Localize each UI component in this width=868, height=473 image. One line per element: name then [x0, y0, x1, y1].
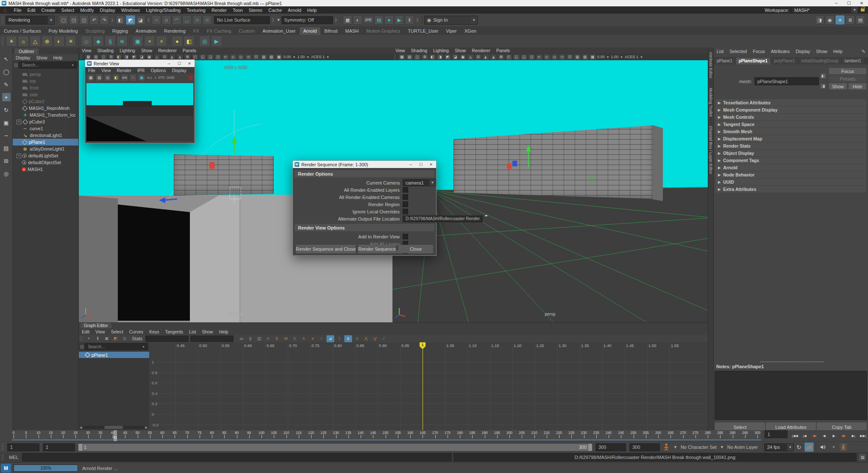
mash-delete-icon[interactable]: × [156, 36, 167, 47]
workspace-lock-icon[interactable] [861, 8, 865, 11]
shelf-tab-rigging[interactable]: Rigging [108, 27, 132, 35]
shelf-tab-fx[interactable]: FX [189, 27, 203, 35]
drag-grip[interactable] [2, 454, 4, 461]
vp-menu-renderer[interactable]: Renderer [155, 48, 180, 53]
playback-start-field[interactable]: 1 [43, 443, 75, 451]
graph-tool-icon[interactable]: ∧ [300, 335, 308, 342]
new-scene-icon[interactable]: ▢ [59, 15, 68, 25]
rotate-tool-icon[interactable]: ↻ [2, 105, 11, 115]
ae-section-extra-attributes[interactable]: ▶Extra Attributes [715, 186, 866, 193]
graph-tool-icon[interactable]: ∕ [380, 335, 388, 342]
ae-section-tangent-space[interactable]: ▶Tangent Space [715, 121, 866, 128]
fps-dropdown[interactable]: 24 fps ▼ [764, 443, 794, 451]
dock-tab-channel-box-layer-editor[interactable]: Channel Box / Layer Editor [709, 126, 713, 174]
notes-textarea[interactable] [715, 371, 867, 420]
exposure-value[interactable]: 0.00 [597, 55, 605, 59]
vp-menu-show[interactable]: Show [138, 48, 155, 53]
close-button[interactable]: Close [398, 245, 433, 253]
range-start-handle[interactable] [78, 444, 82, 451]
viewport-tool-icon[interactable]: ◬ [467, 54, 474, 60]
expand-icon[interactable]: + [17, 154, 21, 158]
outliner-item-mash1-transform-loc[interactable]: ✳MASH1_Transform_loc [13, 112, 78, 118]
viewport-tool-icon[interactable]: ◵ [543, 54, 551, 60]
maya-output-icon[interactable]: M [1, 464, 11, 473]
zoom-tool-icon[interactable]: ◎ [2, 169, 11, 178]
graph-tool-icon[interactable]: ⋀ [362, 335, 370, 342]
graph-tool-icon[interactable]: ∖ [335, 335, 343, 342]
light-filter-icon[interactable]: ● [172, 36, 183, 47]
graph-menu-show[interactable]: Show [199, 329, 216, 334]
filter-icon[interactable]: ⊡ [14, 63, 17, 67]
graph-tool-icon[interactable]: ∧ [344, 335, 352, 342]
character-set-dropdown[interactable]: No Character Set [681, 445, 717, 450]
mesh-light-icon[interactable]: ⊕ [42, 36, 53, 47]
ae-section-smooth-mesh[interactable]: ▶Smooth Mesh [715, 128, 866, 135]
render-settings-icon[interactable]: ▤ [374, 15, 384, 25]
viewport-tool-icon[interactable]: ▦ [398, 54, 406, 60]
photometric-light-icon[interactable]: △ [30, 36, 41, 47]
render-settings-icon[interactable]: ▣ [138, 74, 145, 81]
graph-tool-icon[interactable]: M [282, 335, 290, 342]
home-icon[interactable]: ⌂ [3, 7, 7, 13]
graph-playhead[interactable] [423, 342, 423, 430]
gobo-filter-icon[interactable]: ◧ [184, 36, 195, 47]
ae-section-mesh-component-display[interactable]: ▶Mesh Component Display [715, 106, 866, 113]
outliner-search-input[interactable]: Search... ▼ [19, 62, 77, 69]
outliner-item-side[interactable]: side [13, 91, 78, 98]
ae-section-object-display[interactable]: ▶Object Display [715, 150, 866, 157]
workspace-dropdown[interactable]: MASH*▼ [791, 6, 858, 14]
render-view-menu-options[interactable]: Options [147, 68, 169, 73]
viewport-tool-icon[interactable]: ▧ [268, 54, 275, 60]
graph-menu-keys[interactable]: Keys [146, 329, 162, 334]
scroll-left-icon[interactable]: ◀ [80, 426, 82, 429]
graph-tool-icon[interactable]: ▭ [237, 335, 245, 342]
graph-tool-icon[interactable]: ⊡ [120, 335, 128, 342]
playback-end-field[interactable]: 300 [595, 443, 626, 451]
sign-in-dropdown[interactable]: ◉ Sign In▼ [424, 16, 478, 25]
focus-button[interactable]: Focus [829, 68, 866, 74]
ae-section-component-tags[interactable]: ▶Component Tags [715, 157, 866, 164]
outliner-item-aiskydomelight1[interactable]: ⊕aiSkyDomeLight1 [13, 146, 78, 152]
graph-search-input[interactable]: Search... ▼ [85, 343, 148, 350]
menu-set-dropdown[interactable]: Rendering▼ [6, 16, 55, 25]
vp-menu-panels[interactable]: Panels [180, 48, 199, 53]
viewport-tool-icon[interactable]: ◱ [199, 54, 206, 60]
ipr-icon[interactable]: IPR [121, 74, 128, 81]
shelf-tab-arnold[interactable]: Arnold [300, 27, 321, 35]
viewport-tool-icon[interactable]: ◪ [452, 54, 459, 60]
viewport-tool-icon[interactable]: ◭ [482, 54, 490, 60]
graph-tool-icon[interactable]: A [264, 335, 272, 342]
pin-icon[interactable]: ✎ [862, 49, 865, 54]
hide-button[interactable]: Hide [849, 83, 866, 90]
dock-modeling-toolkit-icon[interactable]: ◨ [815, 15, 824, 25]
graph-tool-icon[interactable]: ◩ [111, 335, 120, 342]
menu-display[interactable]: Display [97, 8, 118, 13]
viewport-tool-icon[interactable]: ◨ [437, 54, 444, 60]
snap-projected-center-icon[interactable]: ◡ [182, 15, 192, 25]
vp-menu-shading[interactable]: Shading [95, 48, 117, 53]
show-button[interactable]: Show [829, 83, 847, 90]
all-render-enabled-layers-checkbox[interactable] [403, 187, 408, 193]
redo-icon[interactable]: ↷ [100, 15, 109, 25]
animation-preferences-icon[interactable] [804, 442, 814, 452]
render-image-area[interactable] [86, 83, 193, 141]
menu-file[interactable]: File [11, 8, 25, 13]
outliner-item-pplane1[interactable]: pPlane1 [13, 139, 78, 146]
dock-tab-modeling-toolkit[interactable]: Modeling Toolkit [709, 88, 713, 117]
chevron-down-icon[interactable]: ▼ [277, 18, 281, 22]
menu-cache[interactable]: Cache [265, 8, 285, 13]
graph-tool-icon[interactable]: ⊞ [103, 335, 111, 342]
mute-audio-icon[interactable] [818, 442, 828, 452]
range-end-handle[interactable] [588, 444, 592, 451]
ae-section-render-stats[interactable]: ▶Render Stats [715, 143, 866, 149]
scroll-right-icon[interactable]: ▶ [145, 426, 147, 429]
menu-edit[interactable]: Edit [25, 8, 39, 13]
camera-icon[interactable]: ◎ [104, 74, 111, 81]
menu-create[interactable]: Create [39, 8, 58, 13]
shelf-tab-sculpting[interactable]: Sculpting [82, 27, 108, 35]
graph-tool-icon[interactable]: ⋁ [371, 335, 379, 342]
viewport-tool-icon[interactable]: ▨ [574, 54, 581, 60]
lasso-tool-icon[interactable]: ◯ [2, 67, 11, 76]
close-button[interactable]: ✕ [426, 162, 436, 167]
snap-point-icon[interactable]: ◠ [172, 15, 181, 25]
